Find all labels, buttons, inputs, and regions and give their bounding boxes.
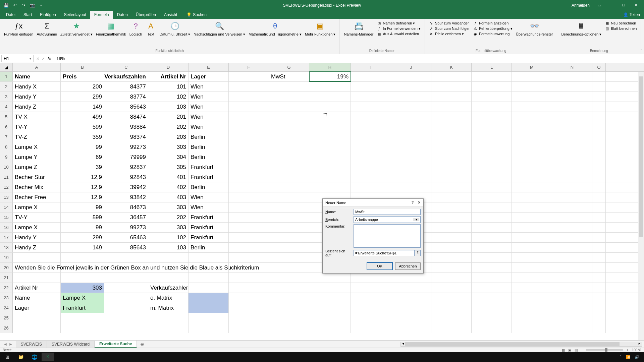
cell[interactable]: 99 [61, 223, 104, 232]
cell[interactable] [269, 273, 309, 283]
tab-seitenlayout[interactable]: Seitenlayout [60, 11, 90, 19]
cell[interactable]: Lampe Y [13, 152, 61, 162]
cell[interactable]: Lampe X [13, 142, 61, 152]
col-header[interactable]: I [351, 63, 391, 71]
cell[interactable] [512, 253, 552, 262]
close-icon[interactable]: ✕ [630, 2, 641, 9]
qat-dropdown-icon[interactable]: ▾ [38, 2, 44, 9]
cell[interactable]: 149 [61, 102, 104, 112]
redo-icon[interactable]: ↷ [20, 2, 27, 9]
cell[interactable]: Verkaufszahlen [148, 283, 189, 293]
cell[interactable] [229, 82, 269, 92]
cell[interactable] [309, 172, 351, 182]
view-pagebreak-icon[interactable]: ▤ [575, 348, 578, 352]
zoom-value[interactable]: 100 % [632, 348, 641, 352]
cell[interactable] [431, 223, 472, 232]
evaluate-formula-button[interactable]: ◉Formelauswertung [473, 32, 513, 36]
row-header[interactable]: 24 [0, 303, 13, 313]
calc-sheet-button[interactable]: ▥Blatt berechnen [605, 26, 637, 31]
cell[interactable] [431, 313, 472, 323]
scope-select[interactable]: Arbeitsmappe ▾ [354, 216, 421, 223]
cell[interactable]: 299 [61, 92, 104, 102]
name-box[interactable]: H1 ▾ [1, 55, 34, 62]
create-from-selection-button[interactable]: ▦Aus Auswahl erstellen [377, 32, 421, 36]
cell[interactable]: 599 [61, 122, 104, 132]
cell[interactable] [189, 313, 229, 323]
cell[interactable] [552, 323, 592, 333]
cell[interactable] [431, 182, 472, 192]
cell[interactable] [13, 273, 61, 283]
cell[interactable] [472, 122, 512, 132]
cell[interactable]: TV X [13, 112, 61, 122]
cell[interactable] [309, 142, 351, 152]
cell[interactable] [229, 152, 269, 162]
cell[interactable] [229, 72, 269, 81]
comment-input[interactable] [354, 224, 421, 248]
calc-now-button[interactable]: ▦Neu berechnen [605, 21, 637, 25]
cell[interactable] [472, 202, 512, 212]
cell[interactable] [512, 172, 552, 182]
row-header[interactable]: 6 [0, 122, 13, 132]
cell[interactable] [552, 283, 592, 293]
cell[interactable]: 499 [61, 112, 104, 122]
cell[interactable]: 299 [61, 233, 104, 242]
cell[interactable]: 103 [148, 102, 189, 112]
cell[interactable] [552, 313, 592, 323]
cell[interactable] [512, 102, 552, 112]
zoom-in-icon[interactable]: + [627, 348, 629, 352]
cell[interactable] [592, 192, 606, 202]
cell[interactable]: 200 [61, 82, 104, 92]
watch-window-button[interactable]: 👓Überwachungs-fenster [515, 20, 554, 37]
cell[interactable]: Name [13, 293, 61, 303]
next-sheet-icon[interactable]: ► [9, 342, 13, 347]
cell[interactable]: Handy Y [13, 233, 61, 242]
cell[interactable] [189, 273, 229, 283]
cell[interactable] [472, 72, 512, 81]
cell[interactable] [13, 313, 61, 323]
cell[interactable] [229, 142, 269, 152]
cell[interactable] [472, 132, 512, 142]
col-header[interactable]: N [552, 63, 592, 71]
fx-icon[interactable]: fx [48, 56, 51, 61]
cell[interactable] [431, 72, 472, 81]
dialog-close-icon[interactable]: ✕ [418, 200, 421, 205]
tray-chevron-icon[interactable]: ˄ [620, 355, 622, 359]
cell[interactable] [552, 213, 592, 222]
cell[interactable]: Wien [189, 82, 229, 92]
cell[interactable] [309, 112, 351, 122]
cell[interactable]: 359 [61, 132, 104, 142]
cell[interactable] [391, 132, 431, 142]
row-header[interactable]: 13 [0, 192, 13, 202]
cell[interactable]: Artikel Nr [148, 72, 189, 81]
cell[interactable]: Wien [189, 192, 229, 202]
col-header[interactable]: L [472, 63, 512, 71]
cell[interactable] [269, 192, 309, 202]
cell[interactable] [309, 122, 351, 132]
minimize-icon[interactable]: — [606, 2, 617, 9]
row-header[interactable]: 19 [0, 253, 13, 262]
cell[interactable] [472, 223, 512, 232]
cell[interactable] [552, 72, 592, 81]
cell[interactable] [309, 323, 351, 333]
cell[interactable]: MwSt [269, 72, 309, 81]
cell[interactable] [592, 303, 606, 313]
cell[interactable] [104, 283, 148, 293]
cell[interactable] [351, 102, 391, 112]
cell[interactable] [229, 253, 269, 262]
cell[interactable] [431, 233, 472, 242]
show-formulas-button[interactable]: ƒFormeln anzeigen [473, 21, 513, 25]
cell[interactable] [104, 253, 148, 262]
col-header[interactable]: O [592, 63, 606, 71]
cell[interactable] [552, 92, 592, 102]
recent-button[interactable]: ★Zuletzt verwendet ▾ [59, 20, 94, 37]
cell[interactable] [512, 112, 552, 122]
cell[interactable] [61, 253, 104, 262]
cell[interactable]: Lampe X [13, 223, 61, 232]
cell[interactable]: 149 [61, 243, 104, 252]
tab-formeln[interactable]: Formeln [90, 11, 113, 19]
col-header[interactable]: K [431, 63, 472, 71]
cell[interactable] [431, 102, 472, 112]
cell[interactable]: 93842 [104, 192, 148, 202]
cell[interactable] [472, 192, 512, 202]
cell[interactable] [592, 233, 606, 242]
